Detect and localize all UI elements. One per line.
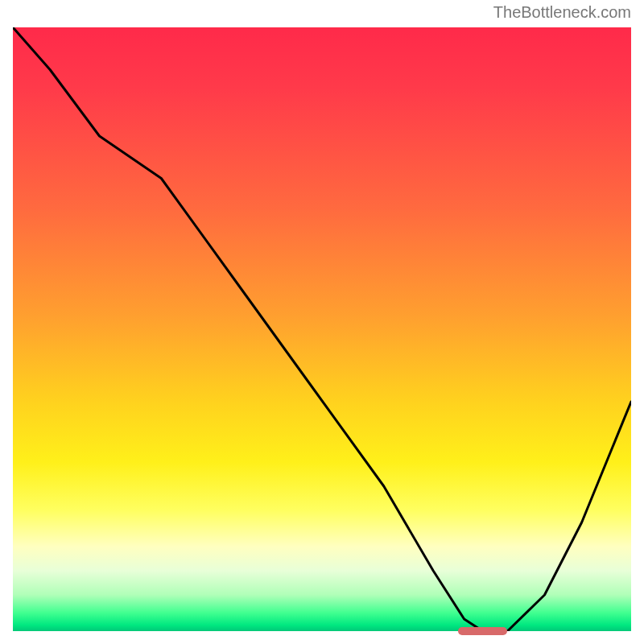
- watermark-text: TheBottleneck.com: [493, 3, 631, 22]
- minimum-marker: [458, 627, 507, 635]
- chart-frame: TheBottleneck.com: [0, 0, 644, 644]
- curve-svg: [13, 27, 631, 631]
- chart-plot-area: [13, 27, 631, 631]
